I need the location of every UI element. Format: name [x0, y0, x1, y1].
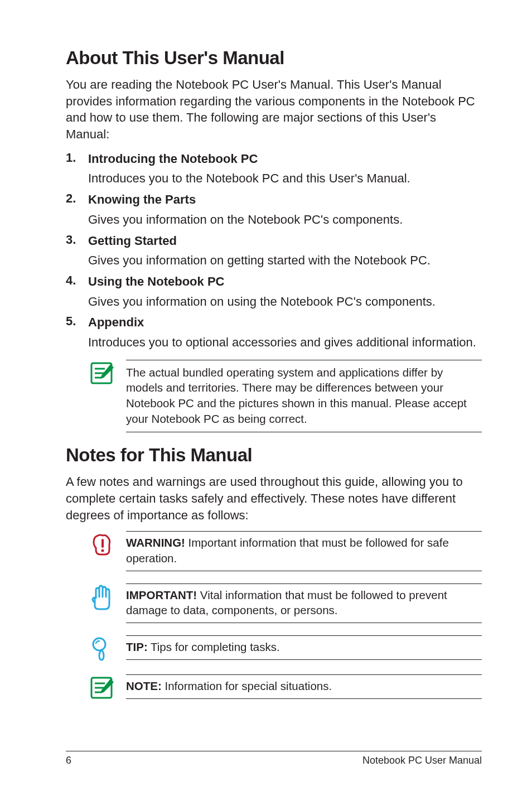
warning-icon	[88, 531, 115, 558]
section-desc: Gives you information on the Notebook PC…	[88, 211, 482, 228]
callout-note-bundled: The actual bundled operating system and …	[88, 360, 482, 433]
callout-tip: TIP: Tips for completing tasks.	[88, 635, 482, 662]
footer-title: Notebook PC User Manual	[362, 755, 482, 766]
section-desc: Introduces you to optional accessories a…	[88, 334, 482, 351]
intro-about: You are reading the Notebook PC User's M…	[66, 76, 482, 143]
tip-label: TIP:	[126, 640, 148, 653]
callout-important: IMPORTANT! Vital information that must b…	[88, 583, 482, 623]
callout-body: TIP: Tips for completing tasks.	[126, 635, 482, 660]
section-title: Using the Notebook PC	[88, 273, 482, 290]
sections-list: Introducing the Notebook PC Introduces y…	[66, 151, 482, 351]
section-desc: Gives you information on getting started…	[88, 252, 482, 269]
callout-note: NOTE: Information for special situations…	[88, 674, 482, 701]
section-item: Using the Notebook PC Gives you informat…	[66, 273, 482, 310]
heading-about: About This User's Manual	[66, 47, 482, 69]
section-item: Knowing the Parts Gives you information …	[66, 191, 482, 228]
section-item: Getting Started Gives you information on…	[66, 233, 482, 269]
section-desc: Gives you information on using the Noteb…	[88, 293, 482, 310]
callout-body: IMPORTANT! Vital information that must b…	[126, 583, 482, 623]
callout-body: NOTE: Information for special situations…	[126, 674, 482, 699]
section-item: Introducing the Notebook PC Introduces y…	[66, 151, 482, 187]
intro-notes: A few notes and warnings are used throug…	[66, 474, 482, 523]
section-desc: Introduces you to the Notebook PC and th…	[88, 170, 482, 187]
page-number: 6	[66, 755, 71, 766]
warning-label: WARNING!	[126, 536, 185, 549]
section-title: Appendix	[88, 314, 482, 331]
important-label: IMPORTANT!	[126, 589, 197, 601]
note-icon	[88, 674, 115, 701]
section-title: Knowing the Parts	[88, 191, 482, 208]
callout-body: The actual bundled operating system and …	[126, 360, 482, 433]
note-label: NOTE:	[126, 679, 162, 692]
page-footer: 6 Notebook PC User Manual	[66, 751, 482, 766]
section-item: Appendix Introduces you to optional acce…	[66, 314, 482, 350]
hand-icon	[88, 583, 115, 610]
heading-notes: Notes for This Manual	[66, 445, 482, 466]
tip-text: Tips for completing tasks.	[148, 640, 280, 653]
section-title: Introducing the Notebook PC	[88, 151, 482, 167]
section-title: Getting Started	[88, 233, 482, 249]
note-text: Information for special situations.	[162, 679, 332, 692]
tip-icon	[88, 635, 115, 662]
callout-warning: WARNING! Important information that must…	[88, 531, 482, 571]
callout-body: WARNING! Important information that must…	[126, 531, 482, 571]
note-icon	[88, 360, 115, 387]
